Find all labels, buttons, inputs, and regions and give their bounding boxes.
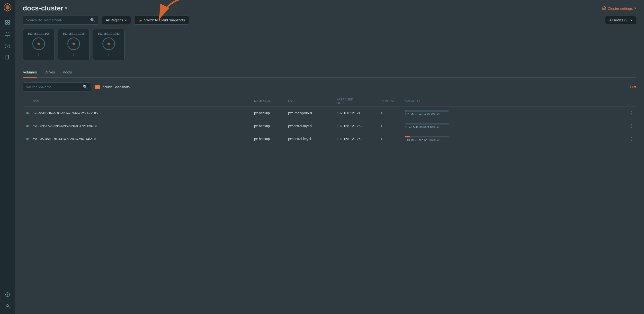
svg-point-9 bbox=[6, 304, 8, 306]
include-snapshots-text: Include Snapshots bbox=[102, 85, 130, 89]
tab-volumes[interactable]: Volumes bbox=[23, 68, 37, 78]
capacity-cell-1: 65.43 MiB Used of 100 GiB bbox=[405, 123, 626, 129]
top-controls: 🔍 All Regions ▾ ☁ Switch to Cloud Snapsh… bbox=[23, 16, 636, 24]
cluster-name: docs-cluster bbox=[23, 4, 64, 12]
namespace-2: px-backup bbox=[254, 137, 288, 141]
replica-1: 1 bbox=[380, 124, 405, 128]
node-ip-1: 192.168.121.215 bbox=[63, 32, 85, 36]
pvc-0: pxc-mongodb-d... bbox=[288, 111, 337, 115]
node-ip-0: 192.168.121.108 bbox=[28, 32, 50, 36]
node-card-2[interactable]: 192.168.121.252 ↑ bbox=[93, 29, 124, 60]
replica-0: 1 bbox=[380, 111, 405, 115]
namespace-0: px-backup bbox=[254, 111, 288, 115]
node-circle-1 bbox=[67, 38, 80, 50]
volume-name-2: pvc-9a534fc1-5ffc-4414-b3e0-67e945146b53 bbox=[32, 137, 254, 141]
include-snapshots-label[interactable]: ✓ Include Snapshots bbox=[95, 85, 130, 89]
capacity-bar-bg-0 bbox=[405, 110, 449, 112]
sidebar-item-info[interactable] bbox=[3, 290, 12, 300]
sidebar-item-radio[interactable] bbox=[3, 41, 12, 50]
cluster-chevron: ▾ bbox=[65, 6, 67, 11]
replica-2: 1 bbox=[380, 137, 405, 141]
region-dropdown[interactable]: All Regions ▾ bbox=[102, 16, 131, 24]
search-icon[interactable]: 🔍 bbox=[90, 18, 95, 22]
node-circle-0 bbox=[32, 38, 45, 50]
table-row: pvc-663ce74f-939d-4e95-bfbb-831721430788… bbox=[23, 120, 636, 132]
col-attached-node: ATTACHEDNODE bbox=[337, 98, 380, 104]
capacity-text-1: 65.43 MiB Used of 100 GiB bbox=[405, 126, 626, 129]
sidebar-item-reports[interactable] bbox=[3, 52, 12, 62]
attached-node-0: 192.168.121.215 bbox=[337, 111, 380, 115]
node-arrow-1: ↑ bbox=[73, 52, 75, 57]
capacity-bar-fill-1 bbox=[405, 123, 405, 124]
table-header: NAME NAMESPACE PVC ATTACHEDNODE REPLICA … bbox=[23, 96, 636, 107]
pvc-2: pxcentral-keycl... bbox=[288, 137, 337, 141]
include-snapshots-checkbox[interactable]: ✓ bbox=[95, 85, 100, 89]
tabs: Volumes Drives Pools bbox=[23, 68, 636, 78]
status-dot-2 bbox=[26, 138, 29, 140]
sidebar-bottom bbox=[3, 290, 12, 311]
col-pvc: PVC bbox=[288, 98, 337, 104]
cloud-icon: ☁ bbox=[138, 18, 142, 22]
node-card-0[interactable]: 192.168.121.108 ↑ bbox=[23, 29, 54, 60]
nodes-row: 192.168.121.108 ↑ 192.168.121.215 ↑ 192.… bbox=[23, 29, 636, 60]
sidebar-item-alerts[interactable] bbox=[3, 29, 12, 39]
col-capacity: CAPACITY bbox=[405, 98, 626, 104]
col-name: NAME bbox=[32, 98, 254, 104]
svg-point-10 bbox=[604, 8, 604, 9]
capacity-cell-2: 113 MiB Used of 10.00 GiB bbox=[405, 136, 626, 142]
cluster-settings-button[interactable]: Cluster settings ▾ bbox=[602, 6, 636, 10]
capacity-bar-fill-2 bbox=[405, 136, 410, 138]
capacity-text-0: 631 MiB Used of 64.00 GiB bbox=[405, 112, 626, 116]
volume-search-icon[interactable]: 🔍 bbox=[83, 85, 88, 89]
logo[interactable] bbox=[3, 3, 12, 13]
capacity-cell-0: 631 MiB Used of 64.00 GiB bbox=[405, 110, 626, 116]
capacity-bar-fill-0 bbox=[405, 110, 406, 112]
all-nodes-chevron-icon: ▾ bbox=[630, 18, 632, 22]
refresh-chevron: ▾ bbox=[634, 84, 636, 90]
cloud-snapshots-label: Switch to Cloud Snapshots bbox=[144, 18, 185, 22]
node-circle-2 bbox=[102, 38, 115, 50]
region-chevron-icon: ▾ bbox=[125, 18, 127, 22]
refresh-button[interactable]: ↻ ▾ bbox=[630, 84, 636, 90]
node-arrow-0: ↑ bbox=[38, 52, 40, 57]
volume-name-0: pvc-40d8068e-4c84-4f1b-a53d-b9725cbc9585 bbox=[32, 112, 254, 115]
node-ip-2: 192.168.121.252 bbox=[98, 32, 120, 36]
node-status-dot-1 bbox=[72, 42, 75, 45]
cluster-title[interactable]: docs-cluster ▾ bbox=[23, 4, 67, 12]
sidebar bbox=[0, 0, 15, 314]
attached-node-2: 192.168.121.252 bbox=[337, 137, 380, 141]
filter-row: 🔍 ✓ Include Snapshots ↻ ▾ bbox=[23, 82, 636, 92]
row-menu-1[interactable]: ⋮ bbox=[626, 123, 636, 129]
row-menu-0[interactable]: ⋮ bbox=[626, 110, 636, 116]
status-dot-1 bbox=[26, 125, 29, 127]
hostname-search-box[interactable]: 🔍 bbox=[23, 16, 98, 24]
status-dot-0 bbox=[26, 112, 29, 114]
svg-marker-1 bbox=[6, 5, 10, 10]
cluster-settings-label: Cluster settings bbox=[608, 6, 633, 10]
volume-search-input[interactable] bbox=[26, 85, 81, 89]
tab-pools[interactable]: Pools bbox=[63, 68, 72, 78]
row-menu-2[interactable]: ⋮ bbox=[626, 136, 636, 142]
table-row: pvc-40d8068e-4c84-4f1b-a53d-b9725cbc9585… bbox=[23, 107, 636, 120]
all-nodes-label: All nodes (3) bbox=[609, 18, 628, 22]
table-row: pvc-9a534fc1-5ffc-4414-b3e0-67e945146b53… bbox=[23, 132, 636, 146]
tab-drives[interactable]: Drives bbox=[45, 68, 55, 78]
node-card-1[interactable]: 192.168.121.215 ↑ bbox=[58, 29, 90, 60]
svg-rect-2 bbox=[6, 20, 7, 22]
header: docs-cluster ▾ Cluster settings ▾ bbox=[23, 0, 636, 16]
all-nodes-dropdown[interactable]: All nodes (3) ▾ bbox=[605, 16, 636, 24]
volumes-table: NAME NAMESPACE PVC ATTACHEDNODE REPLICA … bbox=[23, 96, 636, 314]
sidebar-item-user[interactable] bbox=[3, 301, 12, 311]
pvc-1: pxcentral-mysql... bbox=[288, 124, 337, 128]
attached-node-1: 192.168.121.252 bbox=[337, 124, 380, 128]
gear-icon bbox=[602, 6, 606, 10]
sidebar-item-dashboard[interactable] bbox=[3, 18, 12, 27]
volume-search-box[interactable]: 🔍 bbox=[23, 82, 91, 92]
node-status-dot-0 bbox=[38, 42, 40, 45]
col-replica: REPLICA bbox=[380, 98, 405, 104]
cloud-snapshots-button[interactable]: ☁ Switch to Cloud Snapshots bbox=[134, 16, 189, 24]
node-arrow-2: ↑ bbox=[108, 52, 110, 57]
hostname-search-input[interactable] bbox=[26, 18, 88, 22]
main-content: docs-cluster ▾ Cluster settings ▾ 🔍 All … bbox=[15, 0, 644, 314]
region-label: All Regions bbox=[106, 18, 123, 22]
